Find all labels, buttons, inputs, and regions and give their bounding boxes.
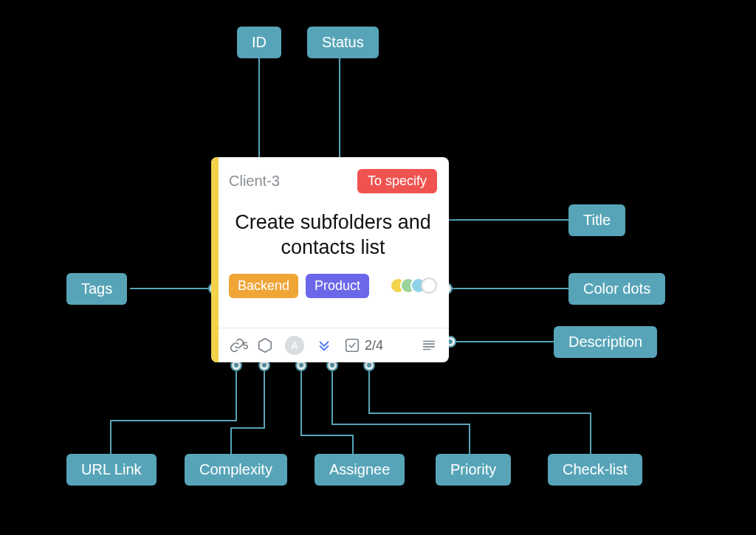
checklist-indicator[interactable]: 2/4 xyxy=(344,337,383,353)
svg-point-27 xyxy=(367,363,371,367)
diagram-stage: ID Status Title Tags Color dots Descript… xyxy=(0,0,756,535)
label-tags: Tags xyxy=(66,273,127,305)
svg-point-19 xyxy=(234,363,238,367)
avatar: A xyxy=(285,336,304,355)
label-title: Title xyxy=(568,204,625,236)
color-dot-empty xyxy=(421,277,437,294)
svg-marker-28 xyxy=(259,339,272,352)
checklist-count: 2/4 xyxy=(365,338,383,353)
priority-icon[interactable] xyxy=(316,337,332,353)
label-assignee: Assignee xyxy=(315,454,405,486)
tag-backend[interactable]: Backend xyxy=(229,274,298,298)
svg-point-21 xyxy=(262,363,267,367)
task-title: Create subfolders and contacts list xyxy=(233,210,433,260)
card-color-stripe xyxy=(211,157,219,362)
label-status: Status xyxy=(307,27,379,58)
color-dots[interactable] xyxy=(390,277,437,294)
status-pill[interactable]: To specify xyxy=(357,169,437,193)
label-color-dots: Color dots xyxy=(568,273,665,305)
svg-point-25 xyxy=(330,363,334,367)
complexity-badge[interactable]: 5 xyxy=(257,337,273,353)
label-complexity: Complexity xyxy=(185,454,287,486)
svg-rect-29 xyxy=(346,339,359,352)
task-id: Client-3 xyxy=(229,173,280,190)
label-checklist: Check-list xyxy=(548,454,642,486)
label-priority: Priority xyxy=(436,454,511,486)
svg-point-23 xyxy=(299,363,303,367)
tags-row: Backend Product xyxy=(229,274,437,298)
description-icon[interactable] xyxy=(421,337,437,353)
tag-product[interactable]: Product xyxy=(306,274,369,298)
complexity-value: 5 xyxy=(243,340,248,351)
task-card[interactable]: Client-3 To specify Create subfolders an… xyxy=(211,157,449,362)
label-description: Description xyxy=(554,326,657,358)
label-url-link: URL Link xyxy=(66,454,157,486)
assignee-avatar[interactable]: A xyxy=(285,336,304,355)
label-id: ID xyxy=(237,27,281,58)
